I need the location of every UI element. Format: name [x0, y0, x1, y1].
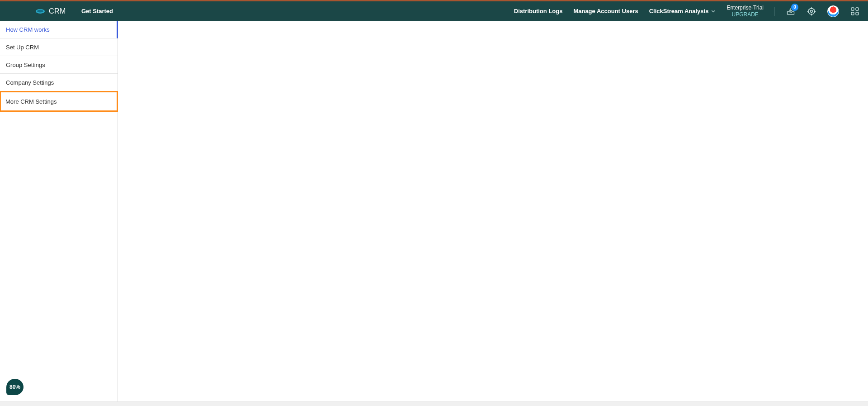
brand-name: CRM	[49, 7, 66, 15]
apps-grid-icon	[851, 7, 859, 15]
svg-rect-5	[851, 12, 854, 15]
sidebar: How CRM works Set Up CRM Group Settings …	[0, 21, 118, 401]
trial-block: Enterprise-Trial UPGRADE	[726, 5, 764, 18]
nav-clickstream-analysis-label: ClickStream Analysis	[649, 8, 709, 14]
apps-button[interactable]	[850, 6, 860, 16]
nav-distribution-logs[interactable]: Distribution Logs	[514, 8, 563, 14]
horizontal-scrollbar-track[interactable]	[0, 401, 868, 406]
brand[interactable]: CRM	[35, 7, 66, 15]
svg-rect-4	[856, 8, 859, 10]
sidebar-item-company-settings[interactable]: Company Settings	[0, 74, 118, 91]
content-area	[118, 21, 868, 401]
notifications-button[interactable]: 0	[786, 6, 796, 16]
trial-label: Enterprise-Trial	[726, 5, 764, 11]
brand-logo-icon	[35, 8, 45, 14]
sidebar-item-more-crm-settings[interactable]: More CRM Settings	[0, 91, 118, 112]
progress-percent: 80%	[9, 384, 20, 390]
sidebar-item-label: How CRM works	[6, 26, 50, 33]
svg-point-1	[37, 10, 43, 12]
avatar[interactable]	[827, 5, 839, 17]
sidebar-item-set-up-crm[interactable]: Set Up CRM	[0, 38, 118, 56]
gear-icon	[807, 7, 816, 16]
sidebar-item-label: Company Settings	[6, 79, 54, 86]
sidebar-item-label: Set Up CRM	[6, 44, 39, 51]
chevron-down-icon	[711, 9, 716, 14]
nav-clickstream-analysis[interactable]: ClickStream Analysis	[649, 8, 716, 14]
nav-manage-account-users[interactable]: Manage Account Users	[573, 8, 638, 14]
nav-get-started[interactable]: Get Started	[81, 8, 113, 14]
upgrade-link[interactable]: UPGRADE	[732, 11, 759, 18]
sidebar-item-label: Group Settings	[6, 62, 45, 68]
svg-point-2	[811, 10, 813, 12]
svg-rect-6	[856, 12, 859, 15]
top-navbar: CRM Get Started Distribution Logs Manage…	[0, 1, 868, 21]
svg-rect-3	[851, 8, 854, 10]
sidebar-item-group-settings[interactable]: Group Settings	[0, 56, 118, 74]
settings-button[interactable]	[807, 6, 816, 16]
progress-bubble[interactable]: 80%	[6, 379, 24, 395]
sidebar-item-how-crm-works[interactable]: How CRM works	[0, 21, 118, 38]
sidebar-item-label: More CRM Settings	[5, 98, 57, 105]
vertical-separator	[774, 7, 775, 16]
nav-right-group: Distribution Logs Manage Account Users C…	[514, 5, 860, 18]
main-area: How CRM works Set Up CRM Group Settings …	[0, 21, 868, 401]
notifications-badge: 0	[791, 4, 798, 11]
